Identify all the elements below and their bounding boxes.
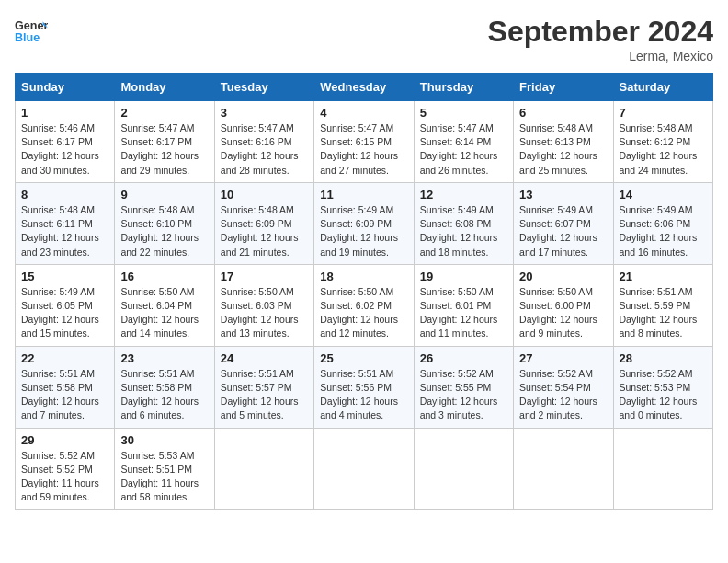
day-number: 24 [221, 351, 308, 365]
weekday-header-row: SundayMondayTuesdayWednesdayThursdayFrid… [16, 74, 713, 101]
day-number: 17 [221, 270, 308, 283]
day-detail: Sunrise: 5:47 AMSunset: 6:17 PMDaylight:… [120, 121, 208, 178]
calendar-day: 20Sunrise: 5:50 AMSunset: 6:00 PMDayligh… [514, 264, 613, 346]
page-header: General Blue September 2024 Lerma, Mexic… [15, 15, 713, 63]
svg-text:Blue: Blue [15, 31, 40, 44]
day-detail: Sunrise: 5:51 AMSunset: 5:58 PMDaylight:… [120, 367, 208, 423]
day-number: 9 [120, 188, 208, 201]
calendar-day: 3Sunrise: 5:47 AMSunset: 6:16 PMDaylight… [214, 101, 313, 183]
calendar-day: 29Sunrise: 5:52 AMSunset: 5:52 PMDayligh… [16, 428, 115, 510]
day-detail: Sunrise: 5:49 AMSunset: 6:08 PMDaylight:… [420, 203, 507, 259]
day-detail: Sunrise: 5:51 AMSunset: 5:56 PMDaylight:… [320, 367, 407, 423]
weekday-header: Thursday [414, 74, 513, 101]
calendar-day: 26Sunrise: 5:52 AMSunset: 5:55 PMDayligh… [414, 346, 513, 428]
day-number: 15 [21, 270, 108, 283]
empty-cell [414, 428, 513, 510]
day-detail: Sunrise: 5:50 AMSunset: 6:01 PMDaylight:… [420, 285, 507, 341]
calendar-week-row: 29Sunrise: 5:52 AMSunset: 5:52 PMDayligh… [16, 428, 713, 510]
day-detail: Sunrise: 5:49 AMSunset: 6:09 PMDaylight:… [320, 203, 407, 259]
day-detail: Sunrise: 5:50 AMSunset: 6:03 PMDaylight:… [221, 285, 308, 341]
calendar-day: 17Sunrise: 5:50 AMSunset: 6:03 PMDayligh… [214, 264, 313, 346]
day-detail: Sunrise: 5:52 AMSunset: 5:53 PMDaylight:… [620, 367, 707, 423]
day-number: 16 [120, 270, 208, 283]
weekday-header: Monday [115, 74, 214, 101]
calendar-day: 27Sunrise: 5:52 AMSunset: 5:54 PMDayligh… [514, 346, 613, 428]
day-detail: Sunrise: 5:47 AMSunset: 6:16 PMDaylight:… [221, 121, 308, 178]
day-number: 30 [120, 433, 208, 447]
day-number: 14 [620, 188, 707, 201]
calendar-week-row: 22Sunrise: 5:51 AMSunset: 5:58 PMDayligh… [16, 346, 713, 428]
calendar-week-row: 1Sunrise: 5:46 AMSunset: 6:17 PMDaylight… [16, 101, 713, 183]
day-detail: Sunrise: 5:53 AMSunset: 5:51 PMDaylight:… [120, 449, 208, 505]
day-detail: Sunrise: 5:51 AMSunset: 5:59 PMDaylight:… [620, 285, 707, 341]
day-detail: Sunrise: 5:48 AMSunset: 6:13 PMDaylight:… [519, 121, 607, 178]
empty-cell [214, 428, 313, 510]
day-detail: Sunrise: 5:52 AMSunset: 5:54 PMDaylight:… [519, 367, 607, 423]
logo-icon: General Blue [15, 15, 48, 48]
calendar-table: SundayMondayTuesdayWednesdayThursdayFrid… [15, 73, 713, 510]
weekday-header: Sunday [16, 74, 115, 101]
day-detail: Sunrise: 5:47 AMSunset: 6:15 PMDaylight:… [320, 121, 407, 178]
day-number: 8 [21, 188, 108, 201]
day-number: 29 [21, 433, 108, 447]
day-number: 13 [519, 188, 607, 201]
calendar-day: 8Sunrise: 5:48 AMSunset: 6:11 PMDaylight… [16, 182, 115, 264]
calendar-day: 12Sunrise: 5:49 AMSunset: 6:08 PMDayligh… [414, 182, 513, 264]
month-title: September 2024 [488, 15, 713, 49]
calendar-day: 7Sunrise: 5:48 AMSunset: 6:12 PMDaylight… [613, 101, 712, 183]
location: Lerma, Mexico [488, 49, 713, 63]
calendar-day: 6Sunrise: 5:48 AMSunset: 6:13 PMDaylight… [514, 101, 613, 183]
day-detail: Sunrise: 5:48 AMSunset: 6:11 PMDaylight:… [21, 203, 108, 259]
day-detail: Sunrise: 5:46 AMSunset: 6:17 PMDaylight:… [21, 121, 108, 178]
calendar-day: 16Sunrise: 5:50 AMSunset: 6:04 PMDayligh… [115, 264, 214, 346]
calendar-day: 9Sunrise: 5:48 AMSunset: 6:10 PMDaylight… [115, 182, 214, 264]
day-number: 5 [420, 106, 507, 120]
day-detail: Sunrise: 5:48 AMSunset: 6:12 PMDaylight:… [620, 121, 707, 178]
day-detail: Sunrise: 5:47 AMSunset: 6:14 PMDaylight:… [420, 121, 507, 178]
day-number: 12 [420, 188, 507, 201]
day-number: 18 [320, 270, 407, 283]
day-number: 1 [21, 106, 108, 120]
day-number: 27 [519, 351, 607, 365]
calendar-day: 5Sunrise: 5:47 AMSunset: 6:14 PMDaylight… [414, 101, 513, 183]
empty-cell [314, 428, 414, 510]
day-number: 7 [620, 106, 707, 120]
day-number: 6 [519, 106, 607, 120]
day-number: 2 [120, 106, 208, 120]
logo: General Blue [15, 15, 48, 48]
day-number: 23 [120, 351, 208, 365]
weekday-header: Saturday [613, 74, 712, 101]
day-detail: Sunrise: 5:51 AMSunset: 5:58 PMDaylight:… [21, 367, 108, 423]
day-number: 10 [221, 188, 308, 201]
day-number: 19 [420, 270, 507, 283]
calendar-day: 21Sunrise: 5:51 AMSunset: 5:59 PMDayligh… [613, 264, 712, 346]
day-detail: Sunrise: 5:49 AMSunset: 6:07 PMDaylight:… [519, 203, 607, 259]
empty-cell [514, 428, 613, 510]
title-area: September 2024 Lerma, Mexico [488, 15, 713, 63]
calendar-day: 25Sunrise: 5:51 AMSunset: 5:56 PMDayligh… [314, 346, 414, 428]
day-detail: Sunrise: 5:48 AMSunset: 6:09 PMDaylight:… [221, 203, 308, 259]
day-number: 3 [221, 106, 308, 120]
day-detail: Sunrise: 5:49 AMSunset: 6:06 PMDaylight:… [620, 203, 707, 259]
day-detail: Sunrise: 5:52 AMSunset: 5:55 PMDaylight:… [420, 367, 507, 423]
day-number: 21 [620, 270, 707, 283]
calendar-day: 24Sunrise: 5:51 AMSunset: 5:57 PMDayligh… [214, 346, 313, 428]
calendar-day: 15Sunrise: 5:49 AMSunset: 6:05 PMDayligh… [16, 264, 115, 346]
weekday-header: Wednesday [314, 74, 414, 101]
calendar-day: 10Sunrise: 5:48 AMSunset: 6:09 PMDayligh… [214, 182, 313, 264]
day-detail: Sunrise: 5:48 AMSunset: 6:10 PMDaylight:… [120, 203, 208, 259]
calendar-day: 11Sunrise: 5:49 AMSunset: 6:09 PMDayligh… [314, 182, 414, 264]
calendar-day: 30Sunrise: 5:53 AMSunset: 5:51 PMDayligh… [115, 428, 214, 510]
calendar-day: 14Sunrise: 5:49 AMSunset: 6:06 PMDayligh… [613, 182, 712, 264]
calendar-day: 13Sunrise: 5:49 AMSunset: 6:07 PMDayligh… [514, 182, 613, 264]
calendar-day: 4Sunrise: 5:47 AMSunset: 6:15 PMDaylight… [314, 101, 414, 183]
calendar-week-row: 15Sunrise: 5:49 AMSunset: 6:05 PMDayligh… [16, 264, 713, 346]
weekday-header: Tuesday [214, 74, 313, 101]
day-number: 20 [519, 270, 607, 283]
calendar-day: 22Sunrise: 5:51 AMSunset: 5:58 PMDayligh… [16, 346, 115, 428]
calendar-week-row: 8Sunrise: 5:48 AMSunset: 6:11 PMDaylight… [16, 182, 713, 264]
day-detail: Sunrise: 5:50 AMSunset: 6:00 PMDaylight:… [519, 285, 607, 341]
day-detail: Sunrise: 5:50 AMSunset: 6:04 PMDaylight:… [120, 285, 208, 341]
day-detail: Sunrise: 5:52 AMSunset: 5:52 PMDaylight:… [21, 449, 108, 505]
day-number: 26 [420, 351, 507, 365]
